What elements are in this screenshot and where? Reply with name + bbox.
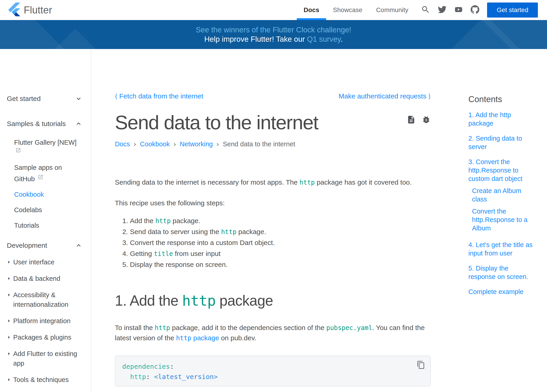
code-line: dependencies: (122, 361, 424, 372)
youtube-icon[interactable] (454, 5, 463, 15)
section-heading-add-http: 1. Add the http package (115, 292, 431, 309)
recipe-line: This recipe uses the following steps: (115, 198, 431, 208)
flutter-logo[interactable]: Flutter (8, 2, 52, 18)
breadcrumb-docs[interactable]: Docs (115, 140, 130, 148)
sidebar-section-development[interactable]: Development (7, 241, 82, 250)
breadcrumb-cookbook[interactable]: Cookbook (140, 140, 170, 148)
chevron-right-icon: › (217, 140, 219, 148)
prev-page-link[interactable]: ⟨ Fetch data from the internet (115, 92, 203, 100)
sidebar-item-codelabs[interactable]: Codelabs (14, 206, 82, 214)
step-item: Getting title from user input (130, 248, 431, 259)
toc-link-4[interactable]: 4. Let’s get the title as input from use… (468, 241, 537, 258)
nav-tab-docs[interactable]: Docs (297, 0, 326, 20)
breadcrumb-current: Send data to the internet (223, 140, 295, 148)
triangle-right-icon (6, 259, 12, 266)
sidebar-item-user-interface[interactable]: User interface (7, 257, 82, 267)
http-package-link[interactable]: http package (176, 334, 219, 342)
intro-paragraph: Sending data to the internet is necessar… (115, 177, 431, 188)
step-item: Send data to server using the http packa… (130, 226, 431, 237)
triangle-right-icon (6, 291, 12, 298)
docs-sidebar: Get started Samples & tutorials Flutter … (0, 49, 91, 392)
triangle-right-icon (6, 350, 12, 357)
document-icon[interactable] (407, 115, 416, 124)
triangle-right-icon (6, 334, 12, 341)
copy-icon[interactable] (417, 361, 425, 372)
twitter-icon[interactable] (438, 5, 446, 15)
toc-link-1[interactable]: 1. Add the http package (468, 111, 537, 128)
sidebar-item-platform-integration[interactable]: Platform integration (7, 316, 82, 326)
sidebar-item-accessibility[interactable]: Accessibility & internationalization (7, 290, 82, 309)
chevron-right-icon: › (173, 140, 176, 148)
toc-link-3-sub-1[interactable]: Create an Album class (468, 187, 537, 204)
sidebar-item-add-flutter-existing-app[interactable]: Add Flutter to existing app (7, 349, 82, 368)
sidebar-item-cookbook[interactable]: Cookbook (14, 190, 82, 199)
bug-report-icon[interactable] (422, 115, 431, 124)
nav-tab-showcase[interactable]: Showcase (326, 0, 369, 20)
toc-link-3[interactable]: 3. Convert the http.Response to custom d… (468, 158, 537, 183)
sidebar-item-data-backend[interactable]: Data & backend (7, 274, 82, 283)
contents-toc: Contents 1. Add the http package 2. Send… (468, 49, 537, 392)
chevron-up-icon (75, 120, 82, 128)
sidebar-section-get-started[interactable]: Get started (7, 94, 82, 104)
survey-text: Help improve Flutter! Take our (204, 35, 307, 43)
chevron-down-icon (75, 95, 82, 103)
sidebar-item-tools-techniques[interactable]: Tools & techniques (7, 375, 82, 385)
nav-tab-community[interactable]: Community (369, 0, 415, 20)
chevron-right-icon: › (134, 140, 136, 148)
announcement-banner: See the winners of the Flutter Clock cha… (0, 20, 547, 49)
breadcrumb-networking[interactable]: Networking (180, 140, 213, 148)
page-title: Send data to the internet (115, 111, 318, 133)
external-link-icon (38, 173, 43, 182)
step-item: Display the response on screen. (130, 259, 431, 270)
clock-challenge-link[interactable]: See the winners of the Flutter Clock cha… (196, 26, 351, 34)
toc-link-5[interactable]: 5. Display the response on screen. (468, 264, 537, 281)
external-link-icon (15, 146, 21, 155)
sidebar-item-flutter-gallery[interactable]: Flutter Gallery [NEW] (14, 138, 82, 156)
install-paragraph: To install the http package, add it to t… (115, 323, 431, 343)
sidebar-item-sample-apps-github[interactable]: Sample apps on GitHub (14, 163, 82, 183)
code-block: dependencies: http: <latest_version> (115, 356, 431, 386)
sidebar-section-samples-tutorials[interactable]: Samples & tutorials (7, 119, 82, 129)
steps-list: Add the http package. Send data to serve… (115, 215, 431, 270)
flutter-logo-icon (8, 2, 21, 18)
search-icon[interactable] (421, 5, 430, 15)
sidebar-item-tutorials[interactable]: Tutorials (14, 221, 82, 229)
next-page-link[interactable]: Make authenticated requests ⟩ (338, 92, 431, 100)
github-icon[interactable] (471, 5, 479, 15)
triangle-right-icon (6, 317, 12, 324)
article-content: ⟨ Fetch data from the internet Make auth… (115, 49, 431, 392)
prev-next-nav: ⟨ Fetch data from the internet Make auth… (115, 92, 431, 100)
chevron-up-icon (75, 241, 82, 249)
step-item: Convert the response into a custom Dart … (130, 237, 431, 248)
inline-code-http: http (300, 179, 315, 186)
toc-link-2[interactable]: 2. Sending data to server (468, 134, 537, 151)
breadcrumb: Docs › Cookbook › Networking › Send data… (115, 140, 431, 148)
code-line: http: <latest_version> (122, 372, 424, 382)
sidebar-item-packages-plugins[interactable]: Packages & plugins (7, 332, 82, 342)
get-started-button[interactable]: Get started (487, 2, 538, 18)
brand-name: Flutter (24, 4, 52, 16)
top-navbar: Flutter Docs Showcase Community Get star… (0, 0, 547, 20)
toc-title: Contents (468, 95, 537, 104)
main-nav: Docs Showcase Community (297, 0, 415, 20)
toc-link-3-sub-2[interactable]: Convert the http.Response to a Album (468, 207, 537, 233)
triangle-right-icon (6, 376, 12, 383)
q1-survey-link[interactable]: Q1 survey (307, 35, 341, 43)
step-item: Add the http package. (130, 215, 431, 226)
triangle-right-icon (6, 275, 12, 282)
toc-link-6[interactable]: Complete example (468, 288, 537, 296)
